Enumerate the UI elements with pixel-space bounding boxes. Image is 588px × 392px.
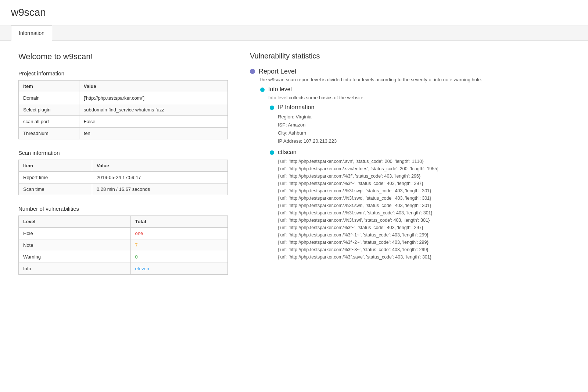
app-title: w9scan: [11, 7, 577, 18]
ctfscan-line: {'url': 'http://php.testsparker.com/.%3f…: [278, 187, 438, 195]
vuln-col-total: Total: [130, 216, 227, 228]
welcome-title: Welcome to w9scan!: [18, 52, 228, 61]
cell-item: Domain: [19, 92, 79, 104]
project-col-value: Value: [79, 81, 227, 92]
table-row: Infoeleven: [19, 263, 228, 275]
ctfscan-line: {'url': 'http://php.testsparker.com/%3f~…: [278, 246, 438, 253]
ip-info-line: City: Ashburn: [278, 129, 337, 137]
ctfscan-line: {'url': 'http://php.testsparker.com/%3f~…: [278, 224, 438, 231]
vuln-count-table: Level Total HoleoneNote7Warning0Infoelev…: [18, 215, 228, 275]
table-row: Holeone: [19, 228, 228, 239]
tabs-bar: Information: [0, 25, 588, 41]
ctfscan-line: {'url': 'http://php.testsparker.com/.%3f…: [278, 217, 438, 224]
ip-info-item: IP Information Region: VirginiaISP: Amaz…: [270, 104, 438, 145]
report-level-heading: Report Level: [259, 68, 482, 75]
cell-item: Report time: [19, 172, 92, 183]
report-level-dot: [250, 69, 255, 74]
vuln-count-section: Number of vulnerabilities Level Total Ho…: [18, 206, 228, 275]
right-panel: Vulnerability statistics Report Level Th…: [250, 52, 577, 285]
project-col-item: Item: [19, 81, 79, 92]
cell-value: False: [79, 116, 227, 128]
cell-value: ['http://php.testsparker.com/']: [79, 92, 227, 104]
ip-info-heading: IP Information: [278, 104, 337, 111]
cell-value: 0.28 min / 16.67 seconds: [92, 183, 227, 195]
cell-level: Info: [19, 263, 131, 275]
cell-total: eleven: [130, 263, 227, 275]
ip-info-dot: [270, 106, 274, 110]
cell-level: Hole: [19, 228, 131, 239]
scan-col-item: Item: [19, 160, 92, 172]
report-level-section: Report Level The w9scan scan report leve…: [250, 68, 577, 268]
scan-info-table: Item Value Report time2019-05-24 17:59:1…: [18, 160, 228, 195]
report-level-content: Report Level The w9scan scan report leve…: [259, 68, 482, 268]
info-level-section: Info level Info level collects some basi…: [260, 86, 482, 264]
scan-col-value: Value: [92, 160, 227, 172]
table-row: Domain['http://php.testsparker.com/']: [19, 92, 228, 104]
ctfscan-dot: [270, 150, 274, 155]
ctfscan-line: {'url': 'http://php.testsparker.com/.svn…: [278, 165, 438, 172]
cell-total: 0: [130, 251, 227, 263]
main-content: Welcome to w9scan! Project information I…: [0, 41, 588, 296]
ctfscan-line: {'url': 'http://php.testsparker.com/%3f~…: [278, 180, 438, 187]
table-row: Warning0: [19, 251, 228, 263]
ctfscan-line: {'url': 'http://php.testsparker.com/%3f~…: [278, 239, 438, 246]
ip-info-sub: IP Information Region: VirginiaISP: Amaz…: [270, 104, 438, 261]
ip-info-line: ISP: Amazon: [278, 121, 337, 129]
table-row: Note7: [19, 239, 228, 251]
table-row: Select pluginsubdomain find_service what…: [19, 104, 228, 116]
ctfscan-line: {'url': 'http://php.testsparker.com/.svn…: [278, 158, 438, 165]
cell-item: Select plugin: [19, 104, 79, 116]
project-info-title: Project information: [18, 70, 228, 76]
ip-info-line: Region: Virginia: [278, 113, 337, 121]
cell-level: Warning: [19, 251, 131, 263]
cell-total: 7: [130, 239, 227, 251]
ctfscan-content: ctfscan {'url': 'http://php.testsparker.…: [278, 149, 438, 261]
tab-information[interactable]: Information: [11, 25, 52, 41]
ctfscan-line: {'url': 'http://php.testsparker.com/%3f~…: [278, 231, 438, 239]
info-level-heading: Info level: [268, 86, 438, 93]
cell-value: subdomain find_service whatcms fuzz: [79, 104, 227, 116]
table-row: scan all portFalse: [19, 116, 228, 128]
vuln-col-level: Level: [19, 216, 131, 228]
table-row: Report time2019-05-24 17:59:17: [19, 172, 228, 183]
left-panel: Welcome to w9scan! Project information I…: [18, 52, 228, 285]
ctfscan-heading: ctfscan: [278, 149, 438, 156]
ctfscan-line: {'url': 'http://php.testsparker.com/%3f'…: [278, 172, 438, 180]
ip-info-line: IP Address: 107.20.213.223: [278, 137, 337, 145]
cell-total: one: [130, 228, 227, 239]
table-row: ThreadNumten: [19, 128, 228, 139]
cell-item: ThreadNum: [19, 128, 79, 139]
project-info-section: Project information Item Value Domain['h…: [18, 70, 228, 139]
ctfscan-item: ctfscan {'url': 'http://php.testsparker.…: [270, 149, 438, 261]
cell-value: 2019-05-24 17:59:17: [92, 172, 227, 183]
ctfscan-line: {'url': 'http://php.testsparker.com/.%3f…: [278, 195, 438, 202]
ctfscan-line: {'url': 'http://php.testsparker.com/%3f.…: [278, 253, 438, 261]
cell-value: ten: [79, 128, 227, 139]
table-row: Scan time0.28 min / 16.67 seconds: [19, 183, 228, 195]
project-info-table: Item Value Domain['http://php.testsparke…: [18, 80, 228, 139]
scan-info-section: Scan information Item Value Report time2…: [18, 150, 228, 195]
ctfscan-line: {'url': 'http://php.testsparker.com/.%3f…: [278, 202, 438, 209]
vuln-stats-title: Vulnerability statistics: [250, 52, 577, 60]
ip-info-content: IP Information Region: VirginiaISP: Amaz…: [278, 104, 337, 145]
vuln-count-title: Number of vulnerabilities: [18, 206, 228, 212]
cell-level: Note: [19, 239, 131, 251]
info-level-dot: [260, 88, 265, 92]
cell-item: Scan time: [19, 183, 92, 195]
ctfscan-line: {'url': 'http://php.testsparker.com/.%3f…: [278, 209, 438, 217]
info-level-content: Info level Info level collects some basi…: [268, 86, 438, 264]
cell-item: scan all port: [19, 116, 79, 128]
ip-info-lines: Region: VirginiaISP: AmazonCity: Ashburn…: [278, 113, 337, 145]
scan-info-title: Scan information: [18, 150, 228, 156]
report-level-desc: The w9scan scan report level is divided …: [259, 77, 482, 82]
info-level-desc: Info level collects some basics of the w…: [268, 95, 438, 100]
info-level-item: Info level Info level collects some basi…: [260, 86, 482, 264]
ctfscan-lines: {'url': 'http://php.testsparker.com/.svn…: [278, 158, 438, 261]
app-header: w9scan: [0, 0, 588, 25]
